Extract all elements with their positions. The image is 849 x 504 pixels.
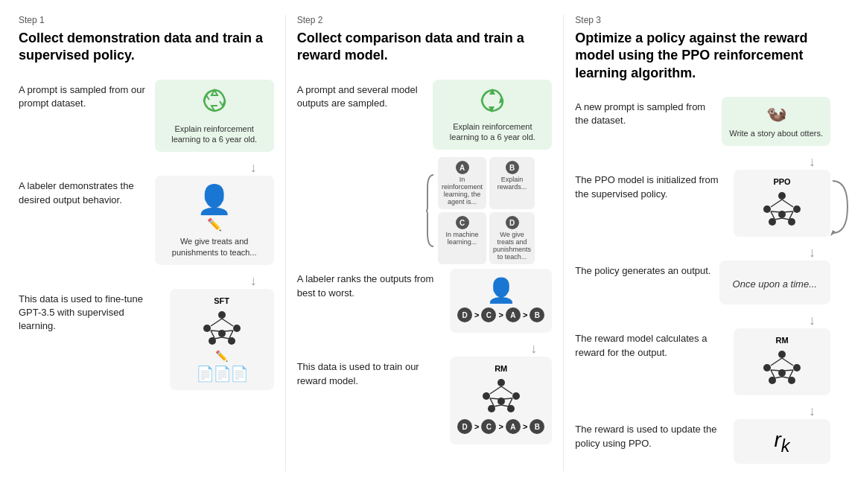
svg-line-23 <box>490 386 501 394</box>
arrow3: ↓ <box>297 340 553 357</box>
rm-card-3: RM <box>734 328 830 395</box>
rank-a: A <box>506 307 521 322</box>
svg-point-18 <box>483 392 490 400</box>
rm-card-2: RM <box>450 357 552 444</box>
otter-icon: 🦦 <box>766 104 786 124</box>
gt5: > <box>498 422 503 431</box>
svg-point-31 <box>778 192 786 200</box>
step1-row3: This data is used to fine-tune GPT-3.5 w… <box>19 289 274 390</box>
step3-row4: The reward model calculates a reward for… <box>575 328 830 395</box>
gt4: > <box>474 422 479 431</box>
step3-output-card: Once upon a time... <box>719 261 830 304</box>
pencil-icon: ✏️ <box>207 217 222 232</box>
gt1: > <box>474 310 479 319</box>
label-b: B <box>506 161 519 174</box>
step3-label: Step 3 <box>575 15 830 25</box>
step2-row2: A labeler ranks the outputs from best to… <box>297 269 553 333</box>
svg-line-29 <box>494 405 501 406</box>
output-b: B Explain rewards... <box>489 157 535 209</box>
svg-line-57 <box>783 370 793 371</box>
prompt-card-2: Explain reinforcement learning to a 6 ye… <box>433 80 552 150</box>
step2-card1: Explain reinforcement learning to a 6 ye… <box>433 80 552 150</box>
step3-text1: A new prompt is sampled from the dataset… <box>575 97 714 127</box>
step1-text2: A labeler demonstrates the desired outpu… <box>19 176 147 206</box>
rk-card: rk <box>734 419 830 464</box>
svg-point-0 <box>218 311 226 319</box>
arrow2: ↓ <box>19 272 274 289</box>
step3-text2: The PPO model is initialized from the su… <box>575 170 726 200</box>
svg-line-9 <box>229 331 233 338</box>
step2-column: Step 2 Collect comparison data and train… <box>286 15 565 471</box>
step1-card3: SFT <box>170 289 274 390</box>
svg-point-17 <box>497 379 505 386</box>
rank-b2: B <box>530 419 544 434</box>
step1-row1: A prompt is sampled from our prompt data… <box>19 80 274 153</box>
labeler-card-text: We give treats and punishments to teach.… <box>162 236 267 258</box>
output-d: D We give treats and punishments to teac… <box>489 212 535 264</box>
sft-label: SFT <box>214 296 229 305</box>
cell-c-text: In machine learning... <box>442 231 483 246</box>
step1-card1: Explain reinforcement learning to a 6 ye… <box>155 80 274 153</box>
svg-line-39 <box>771 211 775 219</box>
ranking-row-2: D > C > A > B <box>457 419 544 434</box>
cell-a-text: In reinforcement learning, the agent is.… <box>442 176 483 205</box>
rm-label-3: RM <box>775 336 788 345</box>
pencil-icon2: ✏️ <box>215 350 228 362</box>
step3-text3: The policy generates an output. <box>575 261 711 278</box>
rank-c: C <box>481 307 496 322</box>
svg-line-8 <box>211 331 214 338</box>
step2-row1: A prompt and several model outputs are s… <box>297 80 553 150</box>
arrow6: ↓ <box>575 312 830 328</box>
svg-line-54 <box>771 370 775 377</box>
output-card-text: Once upon a time... <box>727 272 823 297</box>
label-a: A <box>456 161 469 174</box>
ppo-network-icon <box>756 188 808 229</box>
step2-label: Step 2 <box>297 15 553 25</box>
gt6: > <box>523 422 527 431</box>
svg-line-44 <box>782 218 789 220</box>
rank-b: B <box>530 307 544 322</box>
step1-card2: 👤 ✏️ We give treats and punishments to t… <box>155 176 274 265</box>
gt2: > <box>498 310 503 319</box>
svg-line-30 <box>501 405 509 406</box>
svg-point-47 <box>763 364 771 371</box>
recycle-icon-2 <box>479 87 506 117</box>
svg-line-55 <box>789 370 793 377</box>
prompt-card-1-text: Explain reinforcement learning to a 6 ye… <box>162 124 267 145</box>
svg-line-28 <box>503 398 512 399</box>
svg-point-19 <box>512 392 520 400</box>
output-card: Once upon a time... <box>719 261 830 304</box>
step2-text1: A prompt and several model outputs are s… <box>297 80 426 110</box>
sft-network-icon <box>196 307 248 348</box>
svg-line-40 <box>789 211 793 219</box>
step3-text5: The reward is used to update the policy … <box>575 419 726 450</box>
step1-column: Step 1 Collect demonstration data and tr… <box>7 15 286 471</box>
prompt-card-3: 🦦 Write a story about otters. <box>722 97 830 146</box>
svg-line-10 <box>211 331 220 331</box>
sft-card: SFT <box>170 289 274 390</box>
rank-card: 👤 D > C > A > B <box>450 269 552 333</box>
svg-line-59 <box>782 377 789 378</box>
svg-point-46 <box>778 351 786 358</box>
svg-line-13 <box>222 337 229 339</box>
step3-row5: The reward is used to update the policy … <box>575 419 830 464</box>
step1-text1: A prompt is sampled from our prompt data… <box>19 80 147 110</box>
label-d: D <box>506 216 519 229</box>
person-icon: 👤 <box>197 183 232 216</box>
step2-row3: This data is used to train our reward mo… <box>297 357 553 444</box>
label-c: C <box>456 216 469 229</box>
step3-text4: The reward model calculates a reward for… <box>575 328 726 359</box>
svg-line-56 <box>771 370 780 371</box>
svg-point-1 <box>203 325 211 332</box>
svg-point-2 <box>233 325 241 332</box>
svg-line-58 <box>775 377 782 378</box>
step3-ppo-card: PPO <box>734 170 830 237</box>
svg-point-32 <box>763 205 771 213</box>
step1-text3: This data is used to fine-tune GPT-3.5 w… <box>19 289 162 334</box>
svg-line-43 <box>775 218 782 220</box>
svg-line-52 <box>771 358 782 366</box>
gt3: > <box>523 310 527 319</box>
step2-rank-card: 👤 D > C > A > B <box>450 269 552 333</box>
arrow5: ↓ <box>575 244 830 261</box>
output-c: C In machine learning... <box>438 212 486 264</box>
